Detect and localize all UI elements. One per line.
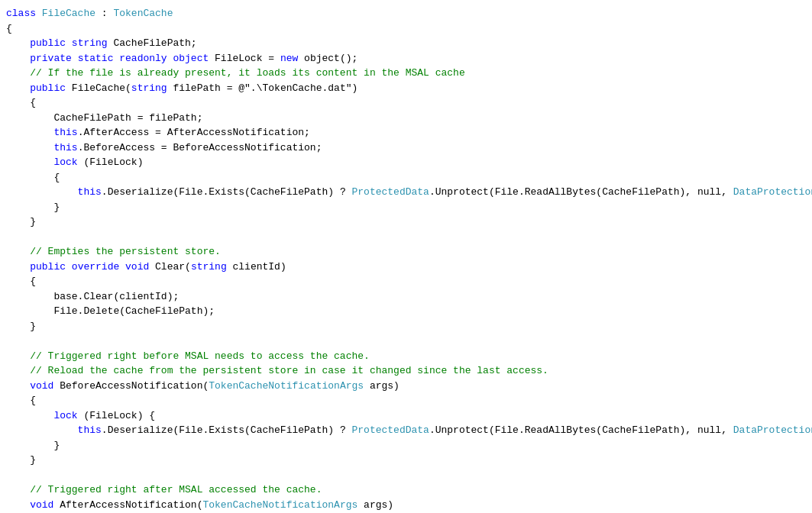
code-token: override [72, 261, 125, 273]
code-token: ProtectedData [351, 424, 429, 436]
code-token: } [6, 202, 60, 213]
code-token: .BeforeAccess = BeforeAccessNotification… [78, 142, 322, 153]
code-token: string [131, 82, 173, 94]
code-token: FileCache( [72, 82, 131, 94]
code-token: { [6, 395, 36, 406]
code-token: lock [6, 410, 78, 421]
code-line: // Reload the cache from the persistent … [0, 363, 812, 379]
code-container: class FileCache : TokenCache{ public str… [0, 0, 812, 513]
code-token: { [6, 23, 12, 34]
code-token: args) [357, 499, 393, 511]
code-token: FileLock = [215, 53, 280, 64]
code-line [0, 468, 812, 483]
code-token: .Unprotect(File.ReadAllBytes(CacheFilePa… [429, 186, 733, 198]
code-token: this [6, 142, 78, 153]
code-line: { [0, 95, 812, 111]
code-token: base.Clear(clientId); [6, 291, 179, 302]
code-token: public [6, 261, 72, 273]
code-token: } [6, 454, 36, 466]
code-token: this [6, 424, 102, 436]
code-token: { [6, 276, 36, 287]
code-token: .Deserialize(File.Exists(CacheFilePath) … [102, 424, 352, 436]
code-token: // If the file is already present, it lo… [6, 67, 465, 79]
code-token: TokenCacheNotificationArgs [209, 380, 364, 392]
code-line: CacheFilePath = filePath; [0, 111, 812, 126]
code-token: // Empties the persistent store. [6, 246, 221, 257]
code-token: // Reload the cache from the persistent … [6, 365, 548, 376]
code-token: private [6, 53, 78, 64]
code-token: CacheFilePath = filePath; [6, 112, 202, 124]
code-token: args) [364, 380, 400, 392]
code-token: // Triggered right after MSAL accessed t… [6, 484, 322, 495]
code-token: } [6, 216, 36, 227]
code-line: private static readonly object FileLock … [0, 51, 812, 66]
code-token: { [6, 97, 36, 108]
code-token: static [78, 53, 120, 64]
code-line: { [0, 21, 812, 37]
code-token: TokenCache [113, 8, 173, 19]
code-token: AfterAccessNotification( [60, 499, 202, 511]
code-token: lock [6, 156, 78, 168]
code-token: .AfterAccess = AfterAccessNotification; [78, 127, 310, 138]
code-line: } [0, 453, 812, 468]
code-token: Clear( [155, 261, 191, 273]
code-token: this [6, 186, 102, 198]
code-token: filePath = @".\TokenCache.dat") [173, 82, 357, 94]
code-line: // Triggered right before MSAL needs to … [0, 349, 812, 364]
code-token: new [280, 53, 304, 64]
code-line: } [0, 215, 812, 230]
code-token: BeforeAccessNotification( [60, 380, 209, 392]
code-token: void [125, 261, 155, 273]
code-token: (FileLock) [78, 156, 144, 168]
code-line: { [0, 393, 812, 408]
code-line: File.Delete(CacheFilePath); [0, 304, 812, 319]
code-token: class [6, 8, 42, 19]
code-line: public string CacheFilePath; [0, 36, 812, 51]
code-line: } [0, 438, 812, 453]
code-line: base.Clear(clientId); [0, 289, 812, 305]
code-token: FileCache [42, 8, 95, 19]
code-line: this.BeforeAccess = BeforeAccessNotifica… [0, 140, 812, 156]
code-token: DataProtectionScope [733, 186, 812, 198]
code-line: public FileCache(string filePath = @".\T… [0, 81, 812, 96]
code-token: .Unprotect(File.ReadAllBytes(CacheFilePa… [429, 424, 733, 436]
code-token: // Triggered right before MSAL needs to … [6, 350, 370, 362]
code-token: : [95, 8, 113, 19]
code-line: this.Deserialize(File.Exists(CacheFilePa… [0, 423, 812, 438]
code-token: string [72, 37, 114, 49]
code-token: DataProtectionScope [733, 424, 812, 436]
code-token: string [191, 261, 233, 273]
code-line: this.Deserialize(File.Exists(CacheFilePa… [0, 185, 812, 200]
code-line: // Triggered right after MSAL accessed t… [0, 482, 812, 498]
code-line: // If the file is already present, it lo… [0, 66, 812, 81]
code-token: this [6, 127, 78, 138]
code-token: void [6, 499, 60, 511]
code-token: readonly [119, 53, 173, 64]
code-line: lock (FileLock) [0, 155, 812, 170]
code-line: { [0, 170, 812, 186]
code-token: object(); [304, 53, 357, 64]
code-line: this.AfterAccess = AfterAccessNotificati… [0, 125, 812, 140]
code-line: void AfterAccessNotification(TokenCacheN… [0, 498, 812, 513]
code-token: public [6, 82, 72, 94]
code-line: class FileCache : TokenCache [0, 6, 812, 21]
code-token: object [173, 53, 215, 64]
code-line: lock (FileLock) { [0, 408, 812, 424]
code-token: File.Delete(CacheFilePath); [6, 305, 215, 317]
code-token: ProtectedData [351, 186, 429, 198]
code-token: } [6, 321, 36, 332]
code-line: void BeforeAccessNotification(TokenCache… [0, 379, 812, 394]
code-line: public override void Clear(string client… [0, 260, 812, 275]
code-line: } [0, 200, 812, 215]
code-token: clientId) [232, 261, 286, 273]
code-token: public [6, 37, 72, 49]
code-token: void [6, 380, 60, 392]
code-token: } [6, 440, 60, 451]
code-line: } [0, 319, 812, 334]
code-line: // Empties the persistent store. [0, 244, 812, 260]
code-line [0, 230, 812, 245]
code-token: { [6, 172, 60, 183]
code-token: TokenCacheNotificationArgs [202, 499, 357, 511]
code-token: CacheFilePath; [113, 37, 196, 49]
code-token: (FileLock) { [78, 410, 155, 421]
